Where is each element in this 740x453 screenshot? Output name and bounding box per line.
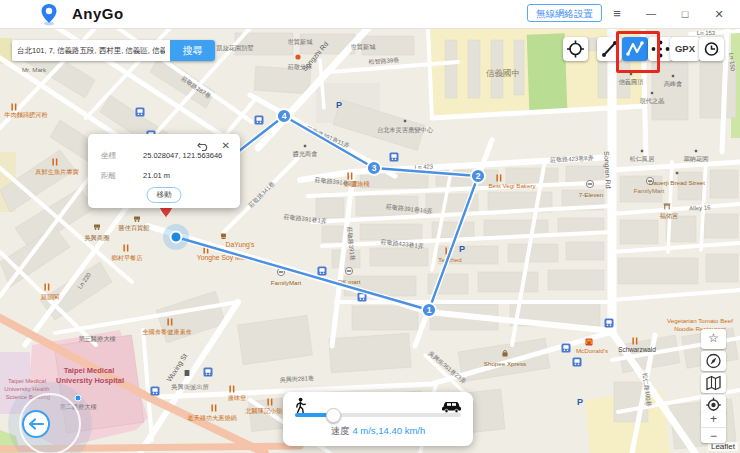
building-dot-icon <box>651 92 653 94</box>
building-dot-icon <box>672 75 674 77</box>
speed-slider-handle[interactable] <box>326 408 341 423</box>
map-label-qinyunge: 親韻閣 <box>41 293 60 301</box>
waypoint-marker-3[interactable]: 3 <box>367 161 381 175</box>
map-label-daoerji: Daoerji Bread Street <box>649 179 705 186</box>
map-canvas[interactable]: Songzhi Rd Songren Rd Wuxing St Ln 153 L… <box>0 28 740 453</box>
map-label-7eleven: 7-Eleven <box>579 191 604 198</box>
search-bar: 搜尋 <box>12 40 215 61</box>
map-label-shimao-a: 世貿新城 <box>288 38 314 46</box>
minimize-icon[interactable]: — <box>636 0 666 28</box>
map-label-med-bldg3: 第三醫療大樓 <box>78 335 115 343</box>
transit-icon <box>605 319 614 328</box>
map-label-dayungs: DaYung's <box>226 241 255 249</box>
teleport-mode-button[interactable] <box>563 37 588 61</box>
map-label-summit: 高峰會 <box>664 80 683 87</box>
route-info-popup: ✕ 坐標 25.028047, 121.563646 距離 21.01 m 移動 <box>88 134 240 208</box>
map-label-kangweideng: 康味登 <box>228 394 247 402</box>
waypoint-number: 2 <box>476 171 481 181</box>
building-dot-icon <box>630 73 632 75</box>
move-button[interactable]: 移動 <box>147 187 182 203</box>
two-spot-route-button[interactable] <box>597 37 622 61</box>
convenience-store-icon <box>345 267 352 274</box>
coordinate-row: 坐標 25.028047, 121.563646 <box>101 151 222 161</box>
titlebar: AnyGo 無線網絡設置 ≡ — □ ✕ <box>0 0 740 29</box>
waypoint-number: 4 <box>282 111 287 121</box>
waypoint-marker-4[interactable]: 4 <box>277 109 291 123</box>
transit-icon <box>318 267 327 276</box>
map-label-police: 吳興街派出所 <box>170 383 209 391</box>
transit-icon <box>562 344 571 353</box>
current-location-dot[interactable] <box>171 232 182 243</box>
building-dot-icon <box>676 172 678 174</box>
convenience-store-icon <box>586 180 593 187</box>
multi-spot-route-icon <box>622 37 648 61</box>
transit-icon <box>390 153 399 162</box>
gpx-button[interactable]: GPX <box>670 37 700 61</box>
wifi-settings-button[interactable]: 無線網絡設置 <box>527 4 602 22</box>
walk-icon[interactable] <box>292 397 308 414</box>
map-label-wuxing-shangquan: 吳興商圈 <box>84 234 110 242</box>
transit-icon <box>255 116 264 125</box>
anygo-logo-icon <box>40 3 58 26</box>
map-label-jingguang: 醬光商會 <box>293 150 318 158</box>
map-label-mr-mark: Mr. Mark <box>22 66 47 73</box>
compass-button[interactable] <box>701 351 726 371</box>
map-label-tmu-1: Taipei Medical <box>64 366 115 375</box>
map-label-sashimi: 真鮮生魚片專賣 <box>35 168 79 176</box>
map-label-beef-noodle: 牛肉麵蹄膀河粉 <box>4 111 47 119</box>
map-label-tmu-health-1: Taipei Medical <box>8 378 46 384</box>
map-label-xinyi-school: 信義國中 <box>485 68 520 78</box>
coordinate-value: 25.028047, 121.563646 <box>143 151 222 161</box>
search-button[interactable]: 搜尋 <box>170 40 215 61</box>
zoom-in-button[interactable]: + <box>701 411 726 428</box>
building-dot-icon <box>695 150 697 152</box>
map-label-songren-fengju: 松仁鳳居 <box>630 155 656 163</box>
folded-map-icon <box>701 373 726 393</box>
history-button[interactable] <box>699 37 724 61</box>
speed-slider[interactable] <box>295 413 461 417</box>
waypoint-marker-1[interactable]: 1 <box>422 303 436 317</box>
car-icon[interactable] <box>441 399 462 413</box>
mcdonalds-icon <box>586 339 593 346</box>
compass-icon <box>701 351 726 371</box>
building-dot-icon <box>404 120 406 122</box>
map-label-laotianlu: 老天祿功夫蔥燒鍋 <box>187 414 237 422</box>
zoom-out-button[interactable]: − <box>701 428 726 444</box>
map-label-familymart-b: FamilyMart <box>634 187 665 194</box>
map-label-best-vegi: Best Vegi Bakery <box>488 182 536 189</box>
star-icon: ☆ <box>708 331 719 345</box>
map-label-ln153: Ln 153 <box>697 30 716 36</box>
map-type-button[interactable] <box>701 373 726 393</box>
popup-close-icon[interactable]: ✕ <box>222 140 230 151</box>
zoom-control: + − <box>701 411 726 443</box>
distance-row: 距離 21.01 m <box>101 171 170 181</box>
close-icon[interactable]: ✕ <box>704 0 734 28</box>
map-label-kaixuan: 凱旋花園別墅 <box>216 44 253 52</box>
search-input[interactable] <box>12 40 170 61</box>
police-icon <box>185 370 190 376</box>
maximize-icon[interactable]: □ <box>670 0 700 28</box>
distance-label: 距離 <box>101 171 143 181</box>
gpx-label: GPX <box>670 37 700 61</box>
parking-icon: P <box>336 100 342 110</box>
map-label-shengjia: 勝佳百貨館 <box>119 224 150 232</box>
crosshair-icon <box>563 37 588 61</box>
anygo-window: Songzhi Rd Songren Rd Wuxing St Ln 153 L… <box>0 0 740 453</box>
waypoint-marker-2[interactable]: 2 <box>471 169 485 183</box>
accessibility-icon <box>151 387 160 396</box>
map-label-fuyou: 福佑宮 <box>660 212 679 220</box>
favorites-button[interactable]: ☆ <box>701 329 726 349</box>
map-label-xinyi-dome: 信義圓頂 <box>619 78 644 86</box>
multi-spot-route-button[interactable] <box>622 37 648 61</box>
parking-icon: P <box>577 397 583 407</box>
menu-icon[interactable]: ≡ <box>602 0 632 28</box>
map-label-national-veg: 全國食養健康素食 <box>142 328 192 336</box>
map-label-veg-restaurant-1: Vegetarian Tomato Beef <box>667 317 733 324</box>
speed-readout: 速度 4 m/s,14.40 km/h <box>283 425 473 438</box>
speed-value: 4 m/s,14.40 km/h <box>352 425 425 436</box>
app-title: AnyGo <box>72 5 124 22</box>
speed-panel: 速度 4 m/s,14.40 km/h <box>283 392 473 446</box>
transit-icon <box>136 108 145 117</box>
map-label-alley16: Alley 16 <box>689 204 711 211</box>
coordinate-label: 坐標 <box>101 151 143 161</box>
